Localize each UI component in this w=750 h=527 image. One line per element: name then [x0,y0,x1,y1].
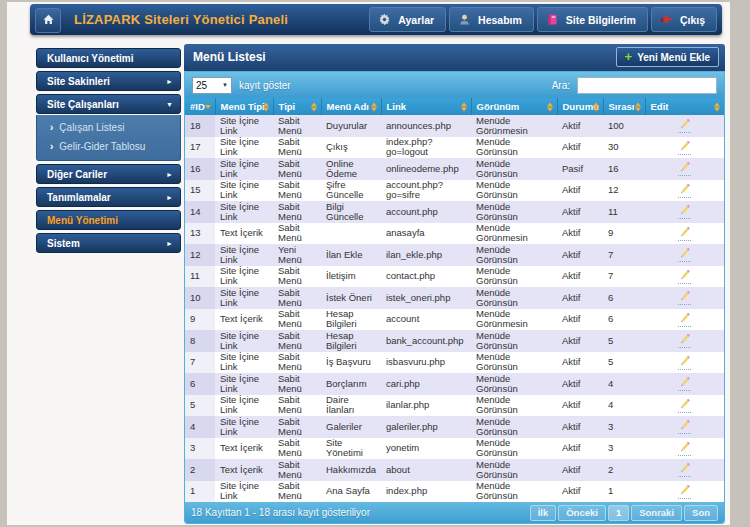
search-label: Ara: [552,80,570,91]
pencil-icon [678,484,692,499]
cell-link: isbasvuru.php [381,352,471,374]
cell-menu-adi [321,223,381,245]
header-button-label: Ayarlar [398,14,434,26]
page-button-son[interactable]: Son [684,505,718,521]
cell-link: cari.php [381,373,471,395]
edit-button[interactable] [678,462,692,477]
table-row: 6Site İçine LinkSabit MenüBorçlarımcari.… [185,373,724,395]
edit-button[interactable] [678,118,692,133]
edit-button[interactable] [678,226,692,241]
table-row: 18Site İçine LinkSabit MenüDuyurularanno… [185,115,724,137]
cell-id: 3 [185,438,215,460]
table-row: 5Site İçine LinkSabit MenüDaire İlanları… [185,395,724,417]
edit-button[interactable] [678,183,692,198]
app-title: LİZAPARK Siteleri Yönetici Paneli [74,4,288,35]
header-button-hesab-m[interactable]: Hesabım [449,7,534,32]
sidebar-subitem-çalışan-listesi[interactable]: ›Çalışan Listesi [37,118,180,137]
column-header-id[interactable]: #ID [185,98,215,115]
pagination: İlkÖnceki1SonrakiSon [530,505,718,521]
sidebar-item-kullanıcı-yönetimi[interactable]: Kullanıcı Yönetimi [36,48,181,68]
cell-tipi: Sabit Menü [273,330,321,352]
edit-button[interactable] [678,269,692,284]
cell-gorunum: Menüde Görünsün [471,416,557,438]
page-button-i-lk[interactable]: İlk [530,505,557,521]
cell-sirasi: 5 [603,352,645,374]
cell-link: bank_account.php [381,330,471,352]
edit-button[interactable] [678,376,692,391]
sidebar-subitem-gelir-gider-tablosu[interactable]: ›Gelir-Gider Tablosu [37,137,180,156]
edit-button[interactable] [678,161,692,176]
cell-id: 17 [185,137,215,159]
edit-button[interactable] [678,441,692,456]
cell-sirasi: 2 [603,459,645,481]
cell-gorunum: Menüde Görünmesin [471,115,557,137]
home-button[interactable] [35,8,61,33]
edit-underline [678,304,691,305]
edit-button[interactable] [678,247,692,262]
edit-button[interactable] [678,312,692,327]
search-input[interactable] [577,77,717,94]
sidebar-item-menü-yönetimi[interactable]: Menü Yönetimi [36,210,181,230]
edit-button[interactable] [678,398,692,413]
cell-durumu: Aktif [557,244,603,266]
edit-button[interactable] [678,140,692,155]
cell-sirasi: 3 [603,416,645,438]
column-header-görünüm[interactable]: Görünüm [471,98,557,115]
page-button-sonraki[interactable]: Sonraki [631,505,682,521]
chevron-right-icon: › [50,141,53,152]
cell-menu-adi: Çıkış [321,137,381,159]
cell-tipi: Sabit Menü [273,352,321,374]
table-box: 25 ▼ kayıt göster Ara: #IDMenü TipiTipiM… [184,71,725,524]
sidebar-item-site-sakinleri[interactable]: Site Sakinleri► [36,71,181,91]
page-button-1[interactable]: 1 [608,505,629,521]
cell-menu-adi: İstek Öneri [321,287,381,309]
table-row: 8Site İçine LinkSabit MenüHesap Bilgiler… [185,330,724,352]
column-header-menü-tipi[interactable]: Menü Tipi [215,98,273,115]
column-header-link[interactable]: Link [381,98,471,115]
sort-both-icon [714,102,720,111]
cell-id: 7 [185,352,215,374]
cell-tipi: Sabit Menü [273,416,321,438]
edit-button[interactable] [678,333,692,348]
table-row: 3Text İçerikSabit MenüSite Yönetimiyonet… [185,438,724,460]
page-size-select[interactable]: 25 ▼ [192,77,232,94]
cell-menu-adi: Hakkımızda [321,459,381,481]
header-button-site-bilgilerim[interactable]: Site Bilgilerim [537,7,648,32]
header-actions: AyarlarHesabımSite BilgilerimÇıkış [369,7,717,32]
cell-menu-tipi: Site İçine Link [215,180,273,202]
chevron-down-icon: ▼ [166,95,173,115]
sort-both-icon [263,102,269,111]
sort-down-arrow [311,107,317,111]
header-button-ayarlar[interactable]: Ayarlar [369,7,446,32]
sidebar-item-sistem[interactable]: Sistem► [36,233,181,253]
pencil-icon [678,204,692,219]
edit-button[interactable] [678,204,692,219]
column-header-tipi[interactable]: Tipi [273,98,321,115]
cell-menu-adi: Daire İlanları [321,395,381,417]
sidebar-item-diğer-cariler[interactable]: Diğer Cariler► [36,164,181,184]
page-button-önceki[interactable]: Önceki [558,505,606,521]
edit-button[interactable] [678,484,692,499]
sidebar-item-tanımlamalar[interactable]: Tanımlamalar► [36,187,181,207]
cell-tipi: Sabit Menü [273,481,321,503]
sidebar-item-label: Site Çalışanları [47,99,119,110]
column-header-sırası[interactable]: Sırası [603,98,645,115]
cell-durumu: Aktif [557,438,603,460]
add-menu-button[interactable]: + Yeni Menü Ekle [616,47,719,67]
column-header-label: Menü Adı [327,101,369,112]
cell-menu-tipi: Site İçine Link [215,244,273,266]
cell-durumu: Aktif [557,352,603,374]
column-header-edit[interactable]: Edit [645,98,724,115]
edit-button[interactable] [678,355,692,370]
cell-edit [645,373,724,395]
menu-table: #IDMenü TipiTipiMenü AdıLinkGörünümDurum… [185,98,724,502]
edit-button[interactable] [678,419,692,434]
plus-icon: + [625,52,633,62]
cell-tipi: Sabit Menü [273,395,321,417]
header-button--k-[interactable]: Çıkış [651,7,717,32]
column-header-durumu[interactable]: Durumu [557,98,603,115]
column-header-menü-adı[interactable]: Menü Adı [321,98,381,115]
sidebar-item-site-çalışanları[interactable]: Site Çalışanları▼ [36,94,181,114]
edit-button[interactable] [678,290,692,305]
cell-edit [645,459,724,481]
